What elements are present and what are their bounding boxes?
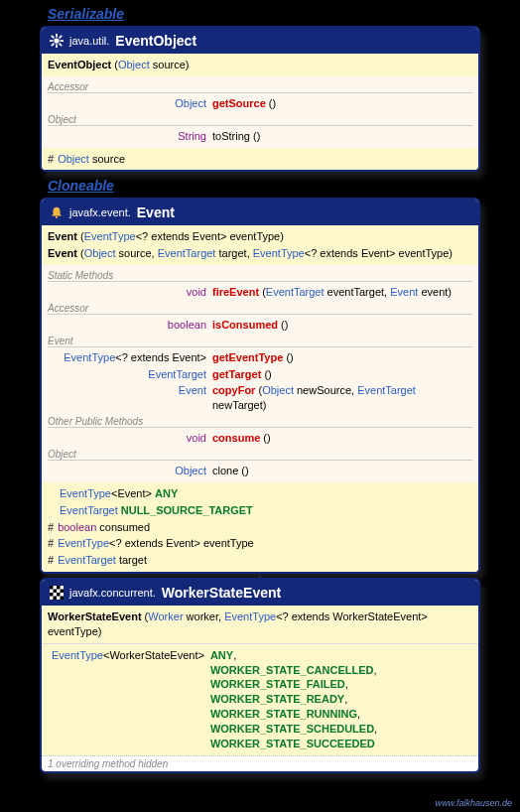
field-row: # boolean consumed [48,519,472,536]
group-title: Object [48,449,472,461]
method-row: EventTarget getTarget () [48,366,472,383]
fields-section: # Object source [42,148,478,171]
field-row: # EventType<? extends Event> eventType [48,535,472,552]
const-row: EventTarget NULL_SOURCE_TARGET [48,502,472,519]
group-title: Other Public Methods [48,416,472,428]
interface-label-serializable: Serializable [48,6,520,22]
class-card-workerstateevent: javafx.concurrent.WorkerStateEvent Worke… [40,578,480,773]
svg-rect-14 [61,590,65,594]
const-row: EventType<WorkerStateEvent> ANY, WORKER_… [48,647,472,752]
svg-line-5 [52,36,55,39]
protected-marker: # [48,152,58,167]
class-card-eventobject: java.util.EventObject EventObject (Objec… [40,26,480,172]
method-row: Object getSource () [48,95,472,112]
method-row: String toString () [48,128,472,145]
svg-line-8 [52,44,55,47]
method-row: Object clone () [48,463,472,479]
checkered-icon [50,586,64,600]
class-card-event: javafx.event.Event Event (EventType<? ex… [40,198,480,574]
method-row: void fireEvent (EventTarget eventTarget,… [48,284,472,301]
svg-rect-16 [57,593,61,597]
svg-rect-18 [61,597,65,601]
svg-line-6 [60,44,63,47]
methods-section: Static Methods void fireEvent (EventTarg… [42,265,478,482]
svg-line-7 [60,36,63,39]
svg-point-0 [54,38,59,43]
group-title: Object [48,114,472,126]
gear-icon [50,34,64,48]
protected-marker: # [48,536,58,551]
overriding-note: 1 overriding method hidden [42,755,478,771]
constructor-row: WorkerStateEvent (Worker worker, EventTy… [48,609,472,640]
card-header: javafx.concurrent.WorkerStateEvent [42,580,478,606]
group-title: Accessor [48,81,472,93]
method-row: boolean isConsumed () [48,317,472,334]
field-row: # Object source [48,151,472,168]
package-name: javafx.concurrent. [69,587,156,599]
constructor-row: Event (Object source, EventTarget target… [48,245,472,262]
constructors-section: EventObject (Object source) [42,54,478,76]
method-row: void consume () [48,430,472,447]
constructors-section: WorkerStateEvent (Worker worker, EventTy… [42,606,478,643]
method-row: Event copyFor (Object newSource, EventTa… [48,382,472,414]
const-row: EventType<Event> ANY [48,485,472,502]
protected-marker: # [48,553,58,568]
methods-section: Accessor Object getSource () Object Stri… [42,76,478,148]
card-header: javafx.event.Event [42,200,478,225]
watermark: www.falkhausen.de [435,798,512,808]
class-name: Event [137,204,175,220]
group-title: Event [48,336,472,347]
bell-icon [50,205,64,219]
group-title: Accessor [48,303,472,315]
constructor-row: Event (EventType<? extends Event> eventT… [48,228,472,245]
svg-rect-17 [54,597,58,601]
method-row: EventType<? extends Event> getEventType … [48,349,472,366]
constants-section: EventType<WorkerStateEvent> ANY, WORKER_… [42,643,478,755]
svg-rect-12 [57,586,61,590]
interface-label-cloneable: Cloneable [48,178,520,194]
svg-rect-13 [54,590,58,594]
svg-rect-11 [50,586,54,590]
class-name: WorkerStateEvent [162,585,281,601]
field-row: # EventTarget target [48,552,472,569]
package-name: javafx.event. [69,206,131,218]
protected-marker: # [48,520,58,535]
class-name: EventObject [115,33,196,49]
constructors-section: Event (EventType<? extends Event> eventT… [42,225,478,265]
fields-section: EventType<Event> ANY EventTarget NULL_SO… [42,482,478,572]
svg-point-9 [56,216,58,218]
constructor-row: EventObject (Object source) [48,57,472,73]
svg-rect-15 [50,593,54,597]
card-header: java.util.EventObject [42,28,478,54]
group-title: Static Methods [48,270,472,282]
package-name: java.util. [69,35,109,47]
